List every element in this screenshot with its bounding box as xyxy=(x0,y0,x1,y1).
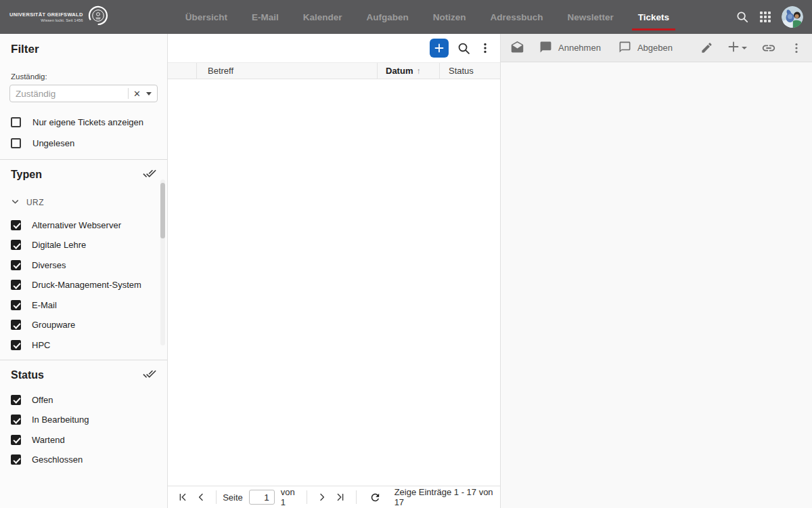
release-ticket-button[interactable]: Abgeben xyxy=(618,41,673,56)
checkbox[interactable] xyxy=(11,240,21,250)
status-filter-label: In Bearbeitung xyxy=(32,415,89,425)
type-filter-label: E-Mail xyxy=(32,300,57,310)
more-options-icon[interactable] xyxy=(479,42,491,54)
nav-item[interactable]: Newsletter xyxy=(556,0,626,34)
assignee-input[interactable] xyxy=(10,89,128,99)
checkbox[interactable] xyxy=(11,138,21,148)
filter-title: Filter xyxy=(11,43,156,56)
status-filter-row[interactable]: Offen xyxy=(11,393,156,406)
more-options-icon[interactable] xyxy=(790,42,803,54)
assignee-combobox: ✕ xyxy=(9,85,158,102)
type-filter-row[interactable]: Alternativer Webserver xyxy=(11,218,156,232)
caret-down-icon xyxy=(742,47,747,49)
user-avatar[interactable] xyxy=(782,6,803,28)
sidebar-divider xyxy=(0,360,167,360)
sidebar-scrollbar-thumb[interactable] xyxy=(160,183,165,238)
status-section-title: Status xyxy=(11,369,44,381)
detail-toolbar: Annehmen Abgeben xyxy=(501,34,812,62)
status-filter-label: Geschlossen xyxy=(32,454,83,465)
type-filter-row[interactable]: Digitale Lehre xyxy=(11,238,156,252)
mark-unread-icon[interactable] xyxy=(510,41,524,55)
nav-item[interactable]: Aufgaben xyxy=(355,0,421,34)
type-filter-row[interactable]: Druck-Management-System xyxy=(11,278,156,292)
status-filter-row[interactable]: In Bearbeitung xyxy=(11,413,156,427)
logo-line1: UNIVERSITÄT GREIFSWALD xyxy=(9,12,83,18)
nav-item[interactable]: Tickets xyxy=(626,0,681,34)
checkbox[interactable] xyxy=(11,280,21,290)
university-logo: UNIVERSITÄT GREIFSWALD Wissen lockt. Sei… xyxy=(0,5,108,28)
checkbox[interactable] xyxy=(11,320,21,330)
next-page-button[interactable] xyxy=(313,492,331,503)
checkbox[interactable] xyxy=(11,300,21,310)
select-all-icon[interactable] xyxy=(143,367,156,383)
select-all-icon[interactable] xyxy=(143,167,156,183)
link-icon[interactable] xyxy=(761,41,776,56)
top-navbar: UNIVERSITÄT GREIFSWALD Wissen lockt. Sei… xyxy=(0,0,812,34)
type-filter-label: Alternativer Webserver xyxy=(32,220,121,230)
column-label: Status xyxy=(449,66,474,76)
quick-filter-row[interactable]: Nur eigene Tickets anzeigen xyxy=(11,115,156,129)
page-label: Seite xyxy=(223,492,243,503)
nav-item-label: Tickets xyxy=(638,12,669,22)
checkbox[interactable] xyxy=(11,340,21,350)
select-column-header xyxy=(168,63,197,79)
apps-grid-icon[interactable] xyxy=(759,11,771,23)
release-label: Abgeben xyxy=(637,43,673,53)
accept-ticket-button[interactable]: Annehmen xyxy=(539,41,601,56)
pagination-bar: Seite von 1 Zeige Einträge 1 - 17 von xyxy=(168,486,500,508)
checkbox[interactable] xyxy=(11,395,21,405)
chevron-down-icon[interactable] xyxy=(144,92,157,96)
type-group-label: URZ xyxy=(26,198,44,207)
checkbox[interactable] xyxy=(11,260,21,270)
type-group-urz[interactable]: URZ xyxy=(11,197,156,208)
pager-divider xyxy=(356,490,357,504)
nav-item-label: Newsletter xyxy=(568,12,614,22)
checkbox[interactable] xyxy=(11,435,21,445)
checkbox[interactable] xyxy=(11,454,21,465)
search-icon[interactable] xyxy=(457,41,471,56)
type-filter-label: Diverses xyxy=(32,260,66,270)
previous-page-button[interactable] xyxy=(191,492,210,503)
checkbox[interactable] xyxy=(11,220,21,230)
nav-item[interactable]: Adressbuch xyxy=(478,0,556,34)
column-header-status[interactable]: Status xyxy=(439,63,500,79)
search-icon[interactable] xyxy=(736,10,749,24)
nav-item[interactable]: Notizen xyxy=(421,0,478,34)
quick-filter-row[interactable]: Ungelesen xyxy=(11,136,156,150)
checkbox[interactable] xyxy=(11,415,21,425)
entries-summary: Zeige Einträge 1 - 17 von 17 xyxy=(394,487,495,507)
type-filter-row[interactable]: Diverses xyxy=(11,258,156,272)
nav-item-label: Aufgaben xyxy=(367,12,409,22)
type-filter-label: Druck-Management-System xyxy=(32,280,141,290)
ticket-table-header: Betreff Datum ↑ Status xyxy=(168,62,500,79)
column-header-datum[interactable]: Datum ↑ xyxy=(377,63,439,79)
type-filter-row[interactable]: E-Mail xyxy=(11,298,156,312)
type-filter-row[interactable]: Groupware xyxy=(11,318,156,332)
column-header-betreff[interactable]: Betreff xyxy=(197,63,377,79)
type-filter-label: HPC xyxy=(32,340,50,350)
edit-icon[interactable] xyxy=(700,41,713,54)
page-number-input[interactable] xyxy=(249,490,275,505)
sort-ascending-icon: ↑ xyxy=(416,66,420,76)
nav-item[interactable]: Übersicht xyxy=(173,0,240,34)
first-page-button[interactable] xyxy=(173,492,191,503)
refresh-icon[interactable] xyxy=(369,492,381,503)
status-filter-row[interactable]: Geschlossen xyxy=(11,453,156,467)
add-ticket-button[interactable] xyxy=(430,39,449,58)
plus-icon xyxy=(727,41,740,56)
sidebar-divider xyxy=(0,159,167,160)
assignee-label: Zuständig: xyxy=(11,72,156,81)
add-menu-button[interactable] xyxy=(727,41,747,56)
nav-item[interactable]: E-Mail xyxy=(240,0,291,34)
status-filter-row[interactable]: Wartend xyxy=(11,433,156,446)
ticket-table-body xyxy=(168,79,500,486)
list-toolbar xyxy=(168,34,500,62)
ticket-detail-panel: Annehmen Abgeben xyxy=(501,34,812,508)
pager-divider xyxy=(307,490,307,504)
type-filter-row[interactable]: HPC xyxy=(11,338,156,352)
nav-item[interactable]: Kalender xyxy=(291,0,355,34)
last-page-button[interactable] xyxy=(332,492,350,503)
ticket-list-panel: Betreff Datum ↑ Status Se xyxy=(168,34,501,508)
checkbox[interactable] xyxy=(11,117,21,127)
clear-icon[interactable]: ✕ xyxy=(129,89,144,98)
